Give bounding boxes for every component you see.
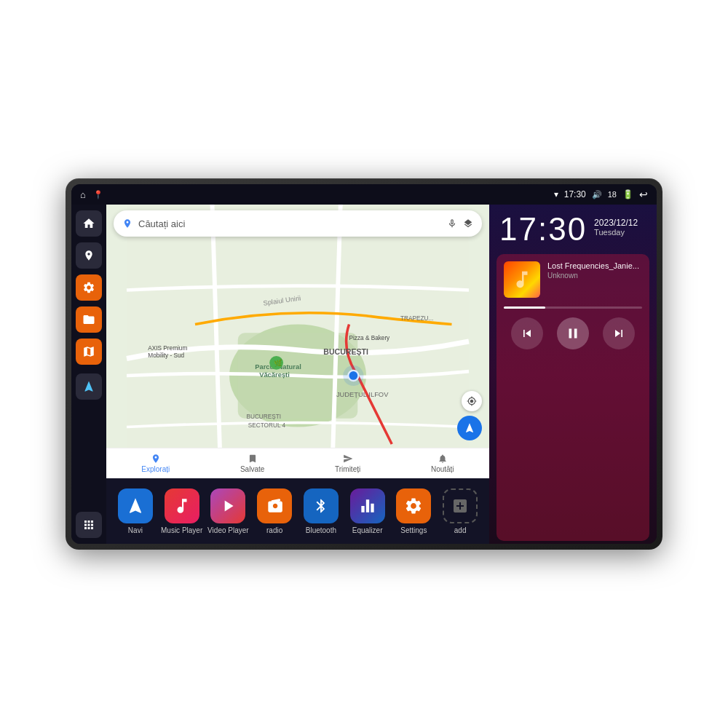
nav-fab[interactable] <box>457 416 482 440</box>
album-art-image <box>504 261 540 298</box>
clock-section: 17:30 2023/12/12 Tuesday <box>489 205 657 251</box>
svg-text:Mobility - Sud: Mobility - Sud <box>148 352 184 359</box>
navi-label: Navi <box>128 526 143 534</box>
bluetooth-icon <box>304 488 339 523</box>
video-label: Video Player <box>207 526 249 534</box>
status-left: ⌂ 📍 <box>80 189 103 200</box>
saved-label: Salvate <box>240 465 264 473</box>
music-controls <box>504 317 642 349</box>
status-right: ▾ 17:30 🔊 18 🔋 ↩ <box>554 189 648 200</box>
location-btn[interactable] <box>462 391 482 411</box>
progress-fill <box>504 306 545 309</box>
map-search-icons <box>447 218 473 229</box>
map-tab-send[interactable]: Trimiteți <box>335 454 360 473</box>
svg-text:BUCUREȘTI: BUCUREȘTI <box>323 347 368 356</box>
sidebar-btn-home[interactable] <box>76 210 102 237</box>
status-bar: ⌂ 📍 ▾ 17:30 🔊 18 🔋 ↩ <box>71 184 657 205</box>
equalizer-icon <box>350 488 385 523</box>
progress-bar[interactable] <box>504 306 642 309</box>
clock-day: Tuesday <box>594 228 638 237</box>
video-icon <box>210 488 245 523</box>
clock-date-value: 2023/12/12 <box>594 218 638 228</box>
svg-text:JUDEȚUL ILFOV: JUDEȚUL ILFOV <box>336 390 389 398</box>
search-input-text: Căutați aici <box>138 218 441 229</box>
add-icon <box>443 488 478 523</box>
maps-logo-icon <box>122 218 132 229</box>
map-tab-news[interactable]: Noutăți <box>431 454 454 473</box>
map-tab-saved[interactable]: Salvate <box>240 454 264 473</box>
layers-icon[interactable] <box>463 218 473 229</box>
app-navi[interactable]: Navi <box>114 488 157 534</box>
clock-time: 17:30 <box>499 213 587 245</box>
add-label: add <box>454 526 467 534</box>
radio-label: radio <box>266 526 282 534</box>
settings-icon <box>396 488 431 523</box>
mic-icon[interactable] <box>447 218 457 229</box>
sidebar-btn-files[interactable] <box>76 306 102 333</box>
map-search-bar[interactable]: Căutați aici <box>114 210 482 237</box>
app-equalizer[interactable]: Equalizer <box>346 488 389 534</box>
music-player: Lost Frequencies_Janie... Unknown <box>496 254 649 541</box>
main-content: Splaiul Unirii BUCUREȘTI JUDEȚUL ILFOV B… <box>71 205 657 544</box>
navi-icon <box>118 488 153 523</box>
back-icon[interactable]: ↩ <box>639 189 648 200</box>
map-tab-explore[interactable]: Explorați <box>141 454 170 473</box>
svg-text:🌿: 🌿 <box>274 359 282 368</box>
app-video[interactable]: Video Player <box>206 488 250 534</box>
screen: ⌂ 📍 ▾ 17:30 🔊 18 🔋 ↩ <box>71 184 657 544</box>
album-art <box>504 261 540 298</box>
app-add[interactable]: add <box>438 488 482 534</box>
clock-date: 2023/12/12 Tuesday <box>594 213 638 237</box>
send-label: Trimiteți <box>335 465 360 473</box>
map-container: Splaiul Unirii BUCUREȘTI JUDEȚUL ILFOV B… <box>106 205 489 478</box>
radio-icon <box>257 488 292 523</box>
sidebar-btn-settings[interactable] <box>76 274 102 301</box>
sidebar-btn-location[interactable] <box>76 242 102 269</box>
music-label: Music Player <box>161 526 202 534</box>
app-settings[interactable]: Settings <box>392 488 435 534</box>
svg-text:SECTORUL 4: SECTORUL 4 <box>248 422 286 429</box>
sidebar-btn-apps[interactable] <box>76 512 102 538</box>
right-panel: 17:30 2023/12/12 Tuesday <box>489 205 657 544</box>
next-button[interactable] <box>603 317 635 349</box>
explore-label: Explorați <box>141 465 170 473</box>
volume-icon: 🔊 <box>592 190 602 199</box>
track-details: Lost Frequencies_Janie... Unknown <box>547 261 642 280</box>
car-head-unit: ⌂ 📍 ▾ 17:30 🔊 18 🔋 ↩ <box>66 178 662 550</box>
svg-text:Văcărești: Văcărești <box>259 371 290 379</box>
track-name: Lost Frequencies_Janie... <box>547 261 642 270</box>
settings-label: Settings <box>400 526 427 534</box>
track-artist: Unknown <box>547 272 642 280</box>
battery-level: 18 <box>608 190 617 199</box>
svg-text:TRAPEZU...: TRAPEZU... <box>400 315 433 322</box>
sidebar-btn-map[interactable] <box>76 339 102 365</box>
battery-icon: 🔋 <box>622 189 633 199</box>
equalizer-label: Equalizer <box>352 526 383 534</box>
map-section[interactable]: Splaiul Unirii BUCUREȘTI JUDEȚUL ILFOV B… <box>106 205 489 478</box>
maps-status-icon: 📍 <box>93 190 103 199</box>
prev-button[interactable] <box>511 317 543 349</box>
center-area: Splaiul Unirii BUCUREȘTI JUDEȚUL ILFOV B… <box>106 205 489 544</box>
news-label: Noutăți <box>431 465 454 473</box>
music-track-info: Lost Frequencies_Janie... Unknown <box>504 261 642 298</box>
svg-text:Pizza & Bakery: Pizza & Bakery <box>349 335 391 341</box>
svg-text:BUCUREȘTI: BUCUREȘTI <box>247 414 282 420</box>
app-bluetooth[interactable]: Bluetooth <box>299 488 343 534</box>
apps-row: Navi Music Player Video Play <box>106 478 489 544</box>
svg-text:AXIS Premium: AXIS Premium <box>148 345 187 352</box>
home-status-icon: ⌂ <box>80 189 86 200</box>
status-time: 17:30 <box>564 189 586 199</box>
pause-button[interactable] <box>557 317 589 349</box>
app-radio[interactable]: radio <box>253 488 296 534</box>
sidebar <box>71 205 106 544</box>
music-icon <box>165 488 199 523</box>
app-music[interactable]: Music Player <box>160 488 204 534</box>
wifi-icon: ▾ <box>554 189 558 199</box>
bluetooth-label: Bluetooth <box>306 526 336 534</box>
map-bottom-bar: Explorați Salvate Trimiteți <box>106 448 489 478</box>
svg-point-19 <box>343 365 363 386</box>
sidebar-btn-navi[interactable] <box>76 373 102 400</box>
